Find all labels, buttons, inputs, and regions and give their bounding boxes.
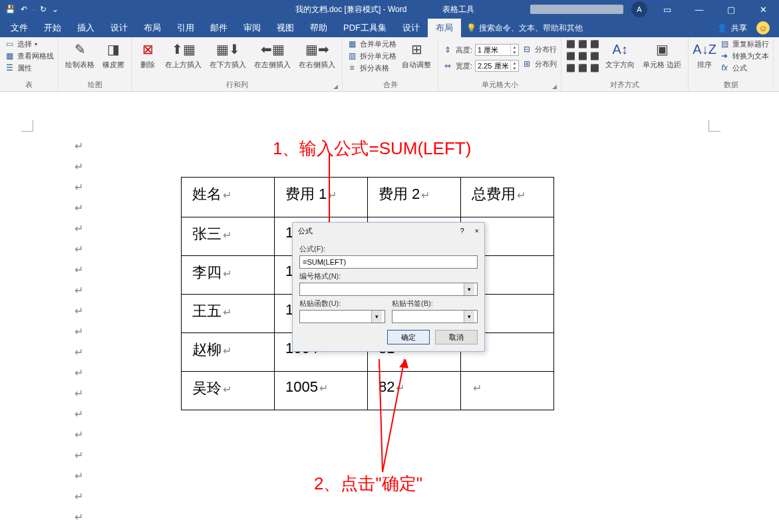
insert-right-icon: ▦➡ [308, 40, 327, 59]
tab-view[interactable]: 视图 [269, 19, 302, 37]
pencil-icon: ✎ [71, 40, 89, 59]
ribbon-display-options[interactable]: ▭ [655, 0, 679, 19]
title-bar: 💾 ↶ · ↻ ⌄ 我的文档.doc [兼容模式] - Word 表格工具 A … [0, 0, 779, 19]
table-row[interactable]: 吴玲↵1005↵82↵↵ [182, 372, 554, 410]
distribute-cols-button[interactable]: ⊞分布列 [522, 59, 557, 69]
number-format-label: 编号格式(N): [299, 271, 478, 281]
dialog-launcher-icon[interactable]: ◢ [552, 83, 557, 90]
share-icon: 👤 [717, 23, 727, 33]
qat-more-icon[interactable]: ⌄ [52, 5, 59, 14]
text-direction-icon: A↕ [611, 40, 629, 59]
height-input[interactable]: ▲▼ [475, 44, 519, 56]
tell-me-search[interactable]: 💡 搜索命令、文本、帮助和其他 [466, 23, 583, 34]
tab-table-design[interactable]: 设计 [394, 19, 428, 37]
merge-cells-button[interactable]: ▦合并单元格 [347, 39, 396, 49]
insert-left-icon: ⬅▦ [263, 40, 282, 59]
autofit-icon: ⊞ [407, 40, 426, 59]
insert-left-button[interactable]: ⬅▦在左侧插入 [251, 39, 293, 71]
formula-input[interactable] [299, 255, 478, 269]
dialog-help-icon[interactable]: ? [460, 227, 464, 235]
tab-design[interactable]: 设计 [102, 19, 136, 37]
minimize-button[interactable]: — [687, 0, 711, 19]
paragraph-marks: ↵↵↵↵↵↵↵↵↵↵↵↵↵↵↵↵↵↵↵ [75, 140, 83, 523]
autofit-button[interactable]: ⊞自动调整 [399, 39, 434, 71]
height-icon: ⇕ [442, 45, 453, 55]
dialog-titlebar[interactable]: 公式 ? × [293, 223, 484, 239]
properties-button[interactable]: ☰属性 [4, 63, 54, 73]
cell-margins-button[interactable]: ▣单元格 边距 [640, 39, 684, 71]
tab-insert[interactable]: 插入 [69, 19, 102, 37]
share-label: 共享 [731, 23, 747, 34]
dialog-title: 公式 [298, 226, 313, 236]
user-name-placeholder [530, 5, 623, 14]
paste-bookmark-combo[interactable]: ▾ [392, 310, 478, 323]
tab-table-layout[interactable]: 布局 [428, 19, 461, 37]
group-merge: ▦合并单元格 ▥拆分单元格 ≡拆分表格 ⊞自动调整 合并 [343, 37, 438, 91]
restore-button[interactable]: ▢ [719, 0, 743, 19]
text-direction-button[interactable]: A↕文字方向 [603, 39, 637, 71]
eraser-button[interactable]: ◨橡皮擦 [100, 39, 127, 71]
insert-below-button[interactable]: ▦⬇在下方插入 [207, 39, 249, 71]
group-alignment: ⬛⬛⬛⬛⬛⬛⬛⬛⬛ A↕文字方向 ▣单元格 边距 对齐方式 [561, 37, 689, 91]
draw-table-button[interactable]: ✎绘制表格 [63, 39, 97, 71]
eraser-icon: ◨ [104, 40, 123, 59]
ribbon: ▭选择▾ ▦查看网格线 ☰属性 表 ✎绘制表格 ◨橡皮擦 绘图 ⊠删除 ⬆▦在上… [0, 37, 779, 92]
tab-layout[interactable]: 布局 [136, 19, 169, 37]
context-tool-label: 表格工具 [433, 2, 484, 17]
group-table-label: 表 [4, 80, 54, 91]
delete-button[interactable]: ⊠删除 [136, 39, 160, 71]
dialog-close-icon[interactable]: × [475, 227, 479, 235]
menu-bar: 文件 开始 插入 设计 布局 引用 邮件 审阅 视图 帮助 PDF工具集 设计 … [0, 19, 779, 37]
paste-function-combo[interactable]: ▾ [299, 310, 385, 323]
tab-file[interactable]: 文件 [3, 19, 36, 37]
group-merge-label: 合并 [347, 80, 434, 91]
split-cells-button[interactable]: ▥拆分单元格 [347, 51, 396, 61]
width-input[interactable]: ▲▼ [475, 60, 519, 72]
chevron-down-icon: ▾ [464, 311, 474, 323]
paste-function-label: 粘贴函数(U): [299, 299, 385, 309]
select-button[interactable]: ▭选择▾ [4, 39, 54, 49]
convert-to-text-button[interactable]: ➜转换为文本 [719, 51, 769, 61]
tab-review[interactable]: 审阅 [235, 19, 269, 37]
cell-margins-icon: ▣ [653, 40, 671, 59]
sort-button[interactable]: A↓Z排序 [693, 39, 716, 71]
tab-references[interactable]: 引用 [169, 19, 202, 37]
dialog-launcher-icon[interactable]: ◢ [333, 83, 338, 90]
formula-dialog: 公式 ? × 公式(F): 编号格式(N): ▾ 粘贴函数(U): ▾ 粘贴书签… [292, 222, 485, 352]
tab-home[interactable]: 开始 [36, 19, 69, 37]
tab-mail[interactable]: 邮件 [202, 19, 235, 37]
distribute-rows-button[interactable]: ⊟分布行 [522, 44, 557, 55]
chevron-down-icon: ▾ [464, 283, 474, 295]
alignment-grid[interactable]: ⬛⬛⬛⬛⬛⬛⬛⬛⬛ [565, 39, 600, 73]
group-draw: ✎绘制表格 ◨橡皮擦 绘图 [59, 37, 132, 91]
quick-access-toolbar: 💾 ↶ · ↻ ⌄ [0, 5, 64, 14]
redo-icon[interactable]: ↻ [40, 5, 47, 14]
group-cell-size: ⇕高度: ▲▼ ⇔宽度: ▲▼ ⊟分布行 ⊞分布列 单元格大小◢ [438, 37, 561, 91]
split-table-button[interactable]: ≡拆分表格 [347, 63, 396, 73]
view-gridlines-button[interactable]: ▦查看网格线 [4, 51, 54, 61]
share-button[interactable]: 👤 共享 ☺ [717, 21, 776, 35]
group-table: ▭选择▾ ▦查看网格线 ☰属性 表 [0, 37, 59, 91]
group-data-label: 数据 [693, 80, 769, 91]
lightbulb-icon: 💡 [466, 23, 476, 33]
table-header-row[interactable]: 姓名↵ 费用 1↵ 费用 2↵ 总费用↵ [182, 178, 554, 217]
insert-right-button[interactable]: ▦➡在右侧插入 [296, 39, 338, 71]
width-label: 宽度: [456, 61, 472, 71]
paste-bookmark-label: 粘贴书签(B): [392, 299, 478, 309]
undo-icon[interactable]: ↶ [21, 5, 27, 14]
repeat-header-button[interactable]: ▤重复标题行 [719, 39, 769, 49]
ok-button[interactable]: 确定 [387, 330, 430, 344]
user-avatar[interactable]: A [631, 1, 647, 17]
insert-above-icon: ⬆▦ [174, 40, 193, 59]
cancel-button[interactable]: 取消 [435, 330, 478, 344]
number-format-combo[interactable]: ▾ [299, 283, 478, 296]
height-label: 高度: [456, 45, 472, 55]
tab-help[interactable]: 帮助 [302, 19, 335, 37]
tab-pdf[interactable]: PDF工具集 [335, 19, 394, 37]
close-button[interactable]: ✕ [751, 0, 775, 19]
formula-label: 公式(F): [299, 244, 478, 254]
feedback-smiley-icon[interactable]: ☺ [756, 21, 770, 35]
formula-button[interactable]: fx公式 [719, 63, 769, 73]
save-icon[interactable]: 💾 [5, 5, 15, 14]
insert-above-button[interactable]: ⬆▦在上方插入 [162, 39, 204, 71]
